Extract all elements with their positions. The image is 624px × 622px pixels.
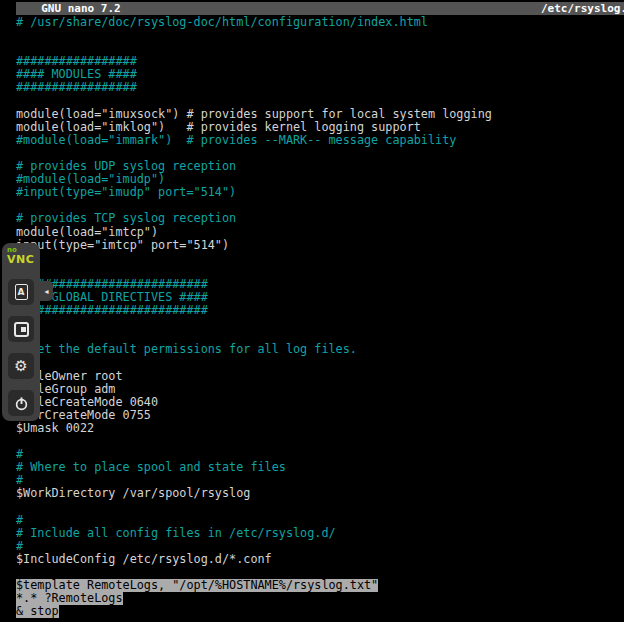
editor-line (16, 147, 624, 160)
editor-line: module(load="imuxsock") # provides suppo… (16, 108, 624, 121)
editor-line: ################# (16, 81, 624, 94)
editor-line: module(load="imtcp") (16, 226, 624, 239)
editor-line (16, 435, 624, 448)
editor-line: # Include all config files in /etc/rsysl… (16, 527, 624, 540)
editor-line: # provides UDP syslog reception (16, 160, 624, 173)
editor-line: #### GLOBAL DIRECTIVES #### (16, 291, 624, 304)
terminal-window: GNU nano 7.2 /etc/rsyslog. # /usr/share/… (16, 2, 624, 620)
power-icon (14, 396, 29, 411)
fullscreen-button[interactable] (8, 316, 34, 342)
editor-line: #module(load="immark") # provides --MARK… (16, 134, 624, 147)
nano-filename: /etc/rsyslog. (541, 2, 624, 15)
chevron-left-icon: ◂ (44, 287, 48, 296)
editor-line (16, 265, 624, 278)
editor-line: module(load="imklog") # provides kernel … (16, 121, 624, 134)
editor-line: # (16, 330, 624, 343)
editor-line: ########################### (16, 304, 624, 317)
editor-line (16, 566, 624, 579)
editor-line: # (16, 356, 624, 369)
editor-line: $IncludeConfig /etc/rsyslog.d/*.conf (16, 553, 624, 566)
editor-line (16, 500, 624, 513)
editor-line: #module(load="imudp") (16, 173, 624, 186)
novnc-control-bar: no VNC A ⚙ (2, 243, 40, 421)
editor-line: $FileGroup adm (16, 383, 624, 396)
editor-line: # (16, 448, 624, 461)
editor-line: # Where to place spool and state files (16, 461, 624, 474)
clipboard-button[interactable]: A (8, 279, 34, 305)
editor-line: # Set the default permissions for all lo… (16, 343, 624, 356)
gear-icon: ⚙ (14, 359, 27, 374)
novnc-logo-vnc: VNC (7, 254, 40, 265)
nano-app-version: GNU nano 7.2 (16, 2, 121, 15)
controlbar-handle[interactable]: ◂ (40, 281, 53, 301)
editor-line-marked: $template RemoteLogs, "/opt/%HOSTNAME%/r… (16, 579, 624, 592)
editor-line: #### MODULES #### (16, 68, 624, 81)
editor-line: $FileCreateMode 0640 (16, 396, 624, 409)
editor-line: # (16, 540, 624, 553)
editor-line: # /usr/share/doc/rsyslog-doc/html/config… (16, 16, 624, 29)
fullscreen-icon (14, 322, 29, 337)
power-button[interactable] (8, 390, 34, 416)
settings-button[interactable]: ⚙ (8, 353, 34, 379)
editor-line: $DirCreateMode 0755 (16, 409, 624, 422)
clipboard-icon: A (15, 284, 28, 300)
editor-line-marked: *.* ?RemoteLogs (16, 592, 624, 605)
editor-line (16, 42, 624, 55)
editor-line: ########################### (16, 278, 624, 291)
editor-line-marked: & stop (16, 605, 624, 618)
editor-line (16, 252, 624, 265)
editor-line: ################# (16, 55, 624, 68)
nano-titlebar: GNU nano 7.2 /etc/rsyslog. (16, 2, 624, 15)
editor-line: # (16, 474, 624, 487)
editor-line: input(type="imtcp" port="514") (16, 239, 624, 252)
editor-line (16, 199, 624, 212)
nano-editor[interactable]: # /usr/share/doc/rsyslog-doc/html/config… (16, 15, 624, 618)
editor-line: # provides TCP syslog reception (16, 212, 624, 225)
editor-line: #input(type="imudp" port="514") (16, 186, 624, 199)
editor-line: $Umask 0022 (16, 422, 624, 435)
editor-line (16, 29, 624, 42)
editor-line (16, 317, 624, 330)
novnc-logo: no VNC (2, 243, 40, 265)
editor-line: $FileOwner root (16, 370, 624, 383)
editor-line (16, 95, 624, 108)
editor-line: $WorkDirectory /var/spool/rsyslog (16, 487, 624, 500)
editor-line: # (16, 514, 624, 527)
